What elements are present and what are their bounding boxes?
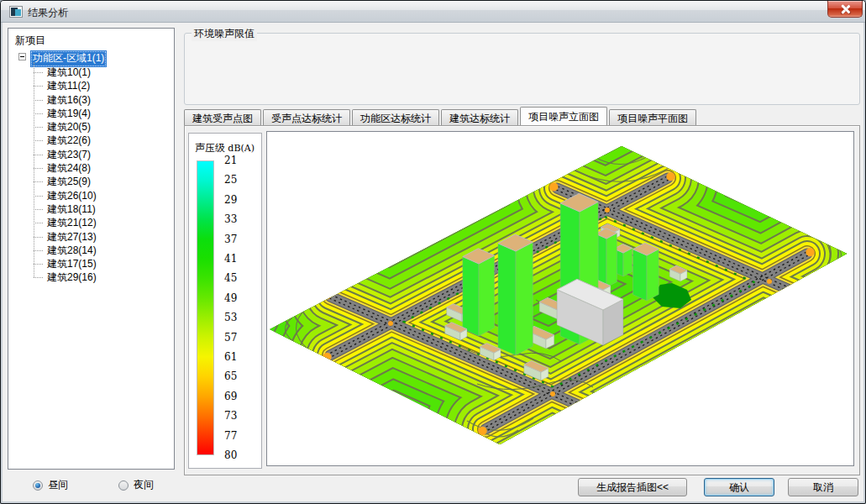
noise-legend: 声压级 dB(A) 212529333741454953576165697377… — [188, 133, 262, 469]
tab-page-elevation-noise: 声压级 dB(A) 212529333741454953576165697377… — [184, 125, 860, 475]
noise-map-viewport[interactable] — [266, 131, 854, 466]
radio-daytime[interactable]: 昼间 — [33, 478, 68, 492]
building-tower — [633, 243, 659, 301]
tree-item-building[interactable]: 建筑16(3) — [8, 93, 174, 107]
legend-value: 73 — [224, 410, 249, 422]
legend-value: 41 — [224, 253, 249, 265]
noise-limit-label: 环境噪声限值 — [192, 27, 257, 41]
legend-value: 77 — [224, 430, 249, 442]
building-tower — [596, 228, 617, 287]
tree-item-building[interactable]: 建筑22(6) — [8, 134, 174, 147]
legend-value: 49 — [224, 292, 249, 304]
legend-value: 80 — [224, 449, 249, 461]
day-night-radios: 昼间 夜间 — [1, 476, 177, 496]
tab-4[interactable]: 建筑达标统计 — [441, 109, 518, 125]
window-title: 结果分析 — [28, 6, 68, 20]
tab-2[interactable]: 受声点达标统计 — [263, 109, 350, 125]
building-tower — [463, 249, 495, 336]
tree-item-building[interactable]: 建筑28(14) — [8, 244, 174, 257]
tab-3[interactable]: 功能区达标统计 — [352, 109, 439, 125]
generate-report-button[interactable]: 生成报告插图<< — [578, 478, 687, 496]
tab-strip: 建筑受声点图受声点达标统计功能区达标统计建筑达标统计项目噪声立面图项目噪声平面图 — [184, 108, 698, 125]
project-tree-panel[interactable]: 新项目 功能区-区域1(1) 建筑10(1)建筑11(2)建筑16(3)建筑19… — [8, 28, 175, 470]
tree-item-zone-selected[interactable]: 功能区-区域1(1) — [30, 50, 107, 67]
noise-limit-groupbox: 环境噪声限值 — [184, 33, 860, 105]
tree-item-building[interactable]: 建筑24(8) — [8, 161, 174, 175]
close-button[interactable] — [827, 1, 863, 18]
tree-item-building[interactable]: 建筑10(1) — [8, 66, 174, 79]
radio-dot — [33, 480, 43, 491]
legend-colorbar — [197, 160, 214, 455]
legend-value: 69 — [224, 391, 249, 402]
legend-value: 57 — [224, 332, 249, 344]
legend-value: 45 — [224, 272, 249, 284]
tree-item-building[interactable]: 建筑25(9) — [8, 175, 174, 188]
tree-item-building[interactable]: 建筑26(10) — [8, 189, 174, 202]
tree-item-building[interactable]: 建筑17(15) — [8, 257, 174, 270]
radio-night[interactable]: 夜间 — [118, 478, 154, 492]
tree-item-building[interactable]: 建筑27(13) — [8, 230, 174, 244]
tab-1[interactable]: 建筑受声点图 — [184, 109, 261, 125]
tree-item-building[interactable]: 建筑21(12) — [8, 216, 174, 229]
radio-dot — [118, 480, 129, 491]
window-icon — [9, 6, 23, 18]
tree-item-building[interactable]: 建筑20(5) — [8, 120, 174, 134]
legend-value: 25 — [224, 174, 249, 186]
dialog-result-analysis: 结果分析 新项目 功能区-区域1(1) 建筑10(1)建筑11(2)建筑16(3… — [0, 0, 866, 504]
confirm-button[interactable]: 确认 — [704, 478, 774, 496]
legend-value: 29 — [224, 194, 249, 206]
tree-item-building[interactable]: 建筑18(11) — [8, 202, 174, 216]
legend-value: 61 — [224, 351, 249, 363]
legend-title: 声压级 dB(A) — [195, 141, 255, 155]
building-tower — [498, 234, 533, 355]
tab-5[interactable]: 项目噪声立面图 — [520, 107, 607, 125]
cancel-button[interactable]: 取消 — [788, 478, 858, 496]
close-icon — [841, 4, 850, 13]
legend-value: 53 — [224, 312, 249, 323]
tree-item-building[interactable]: 建筑29(16) — [8, 270, 174, 284]
legend-value: 37 — [224, 234, 249, 245]
legend-value: 65 — [224, 370, 249, 382]
tree-item-building[interactable]: 建筑23(7) — [8, 148, 174, 161]
radio-daytime-label: 昼间 — [48, 478, 68, 492]
tree-collapse-icon[interactable] — [18, 53, 26, 60]
legend-value: 21 — [224, 155, 249, 166]
radio-night-label: 夜间 — [134, 478, 154, 492]
tree-children: 建筑10(1)建筑11(2)建筑16(3)建筑19(4)建筑20(5)建筑22(… — [8, 66, 174, 285]
tree-root-label: 新项目 — [15, 34, 174, 48]
tree-item-building[interactable]: 建筑19(4) — [8, 107, 174, 120]
tree-item-building[interactable]: 建筑11(2) — [8, 79, 174, 92]
legend-value: 33 — [224, 213, 249, 225]
tab-6[interactable]: 项目噪声平面图 — [609, 109, 696, 125]
titlebar[interactable]: 结果分析 — [1, 1, 865, 23]
